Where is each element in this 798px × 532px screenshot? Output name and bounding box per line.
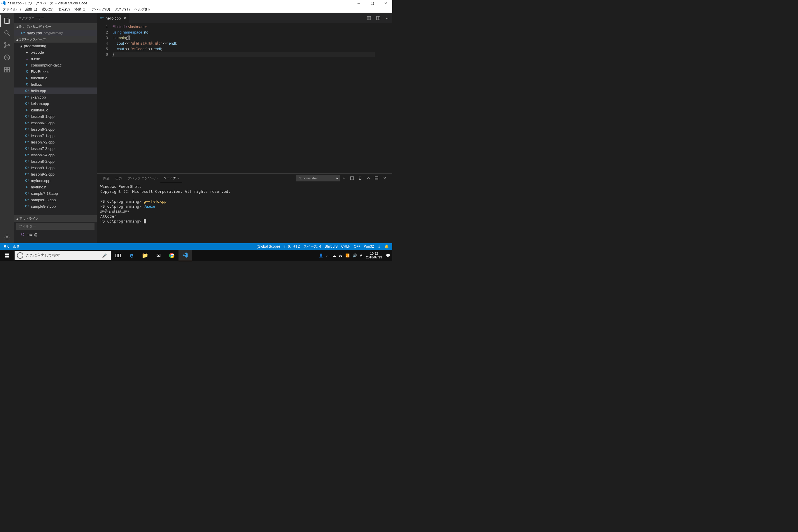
action-center-icon[interactable]: 💬 — [384, 253, 392, 258]
panel-tab[interactable]: ターミナル — [160, 174, 182, 182]
menu-選択(S)[interactable]: 選択(S) — [39, 7, 56, 12]
onedrive-icon[interactable]: ☁ — [331, 253, 338, 258]
file-item[interactable]: Ckuuhaku.c — [14, 107, 97, 113]
mic-icon[interactable]: 🎤 — [100, 253, 109, 258]
status-cursor-pos[interactable]: 行 6、列 2 — [282, 243, 302, 250]
file-item[interactable]: C⁺lesson7-2.cpp — [14, 139, 97, 145]
search-icon[interactable] — [0, 27, 14, 39]
maximize-panel-icon[interactable] — [364, 176, 373, 180]
menu-ヘルプ(H)[interactable]: ヘルプ(H) — [132, 7, 152, 12]
panel-tab[interactable]: デバッグ コンソール — [125, 174, 160, 182]
file-item[interactable]: C⁺sample8-3.cpp — [14, 196, 97, 203]
wifi-icon[interactable]: 📶 — [344, 253, 351, 258]
outline-header[interactable]: ◢ アウトライン — [14, 215, 97, 222]
volume-icon[interactable]: 🔊 — [351, 253, 359, 258]
file-item[interactable]: C⁺sample8-7.cpp — [14, 203, 97, 209]
file-item[interactable]: C⁺sample7-13.cpp — [14, 190, 97, 196]
network-icon[interactable]: 🖧 — [338, 253, 344, 258]
file-item[interactable]: Cmyfunc.h — [14, 184, 97, 190]
minimap[interactable] — [375, 23, 392, 173]
taskbar-clock[interactable]: 10:32 2018/07/13 — [364, 252, 384, 259]
status-feedback-icon[interactable]: ☺ — [376, 243, 383, 250]
vscode-taskbar-icon[interactable] — [178, 250, 192, 261]
ime-icon[interactable]: A — [359, 253, 364, 258]
file-name: lesson7-3.cpp — [31, 147, 55, 151]
settings-gear-icon[interactable] — [0, 231, 14, 243]
menu-移動(G)[interactable]: 移動(G) — [72, 7, 89, 12]
split-editor-icon[interactable] — [374, 13, 383, 23]
maximize-button[interactable]: ▢ — [365, 0, 379, 6]
file-item[interactable]: C⁺lesson7-1.cpp — [14, 132, 97, 139]
trash-terminal-icon[interactable] — [356, 176, 364, 180]
debug-icon[interactable] — [0, 51, 14, 63]
file-item[interactable]: C⁺myfunc.cpp — [14, 177, 97, 184]
extensions-icon[interactable] — [0, 63, 14, 76]
start-button[interactable] — [0, 253, 14, 258]
compare-changes-icon[interactable] — [364, 13, 374, 23]
file-item[interactable]: CFizzBuzz.c — [14, 68, 97, 75]
tray-chevron-icon[interactable]: ︿ — [325, 253, 331, 258]
menu-表示(V)[interactable]: 表示(V) — [56, 7, 72, 12]
file-item[interactable]: C⁺jikan.cpp — [14, 94, 97, 100]
file-item[interactable]: ▸.vscode — [14, 49, 97, 55]
git-icon[interactable] — [0, 39, 14, 51]
close-window-button[interactable]: ✕ — [379, 0, 392, 6]
status-errors[interactable]: ✖ 0 — [2, 243, 11, 250]
task-view-icon[interactable] — [111, 250, 125, 261]
file-item[interactable]: C⁺lesson9-1.cpp — [14, 165, 97, 171]
status-indent[interactable]: スペース: 4 — [302, 243, 323, 250]
panel-tab[interactable]: 出力 — [113, 174, 125, 182]
open-editor-item[interactable]: C⁺hello.cppprogramming — [14, 30, 97, 36]
minimize-button[interactable]: ─ — [352, 0, 365, 6]
file-item[interactable]: C⁺lesson7-3.cpp — [14, 145, 97, 152]
more-actions-icon[interactable]: ⋯ — [383, 13, 392, 23]
file-item[interactable]: ≡a.exe — [14, 55, 97, 62]
terminal-selector[interactable]: 1: powershell — [296, 175, 340, 182]
file-item[interactable]: C⁺lesson9-2.cpp — [14, 171, 97, 177]
file-item[interactable]: C⁺lesson6-1.cpp — [14, 113, 97, 119]
split-terminal-icon[interactable] — [348, 176, 356, 180]
terminal-output[interactable]: Windows PowerShell Copyright (C) Microso… — [97, 183, 392, 243]
menu-ファイル(F)[interactable]: ファイル(F) — [0, 7, 23, 12]
file-explorer-icon[interactable]: 📁 — [138, 250, 152, 261]
people-icon[interactable]: 👤 — [317, 253, 325, 258]
workspace-header[interactable]: ◢ 1 (ワークスペース) — [14, 36, 97, 43]
taskbar-search-input[interactable]: ここに入力して検索 🎤 — [15, 251, 111, 260]
file-item[interactable]: C⁺lesson7-4.cpp — [14, 152, 97, 158]
panel-tab[interactable]: 問題 — [100, 174, 113, 182]
new-terminal-icon[interactable]: ＋ — [340, 176, 348, 181]
status-scope[interactable]: (Global Scope) — [255, 243, 282, 250]
status-target[interactable]: Win32 — [362, 243, 376, 250]
status-encoding[interactable]: Shift JIS — [323, 243, 340, 250]
chrome-icon[interactable] — [165, 250, 178, 261]
explorer-icon[interactable] — [0, 15, 14, 27]
close-tab-icon[interactable]: × — [124, 16, 126, 20]
status-warnings[interactable]: ⚠ 0 — [11, 243, 21, 250]
status-eol[interactable]: CRLF — [340, 243, 352, 250]
menu-デバッグ(D)[interactable]: デバッグ(D) — [89, 7, 113, 12]
file-item[interactable]: C⁺hello.cpp — [14, 88, 97, 94]
mail-icon[interactable]: ✉ — [152, 250, 165, 261]
file-item[interactable]: C⁺lesson6-3.cpp — [14, 126, 97, 132]
panel-position-icon[interactable] — [373, 176, 381, 180]
status-notifications-icon[interactable]: 🔔 — [383, 243, 391, 250]
file-item[interactable]: Chello.c — [14, 81, 97, 88]
outline-filter-input[interactable]: フィルター — [16, 223, 95, 230]
folder-root[interactable]: ◢ programming — [14, 43, 97, 49]
file-item[interactable]: Cfunction.c — [14, 75, 97, 81]
file-item[interactable]: C⁺lesson6-2.cpp — [14, 119, 97, 126]
close-panel-icon[interactable]: ✕ — [381, 176, 389, 180]
menu-編集(E)[interactable]: 編集(E) — [23, 7, 39, 12]
file-type-icon: C⁺ — [24, 159, 30, 163]
tab-hello-cpp[interactable]: C⁺ hello.cpp × — [97, 13, 129, 23]
status-language[interactable]: C++ — [352, 243, 362, 250]
outline-item[interactable]: ⬡main() — [14, 231, 97, 238]
edge-icon[interactable]: e — [125, 250, 138, 261]
editor-body[interactable]: 123456 #include <iostream>using namespac… — [97, 23, 392, 173]
code-content[interactable]: #include <iostream>using namespace std;i… — [113, 23, 375, 173]
menu-タスク(T)[interactable]: タスク(T) — [112, 7, 132, 12]
file-item[interactable]: Cconsumption-tax.c — [14, 62, 97, 68]
file-item[interactable]: C⁺lesson8-2.cpp — [14, 158, 97, 165]
open-editors-header[interactable]: ◢ 開いているエディター — [14, 23, 97, 30]
file-item[interactable]: C⁺keisan.cpp — [14, 100, 97, 107]
